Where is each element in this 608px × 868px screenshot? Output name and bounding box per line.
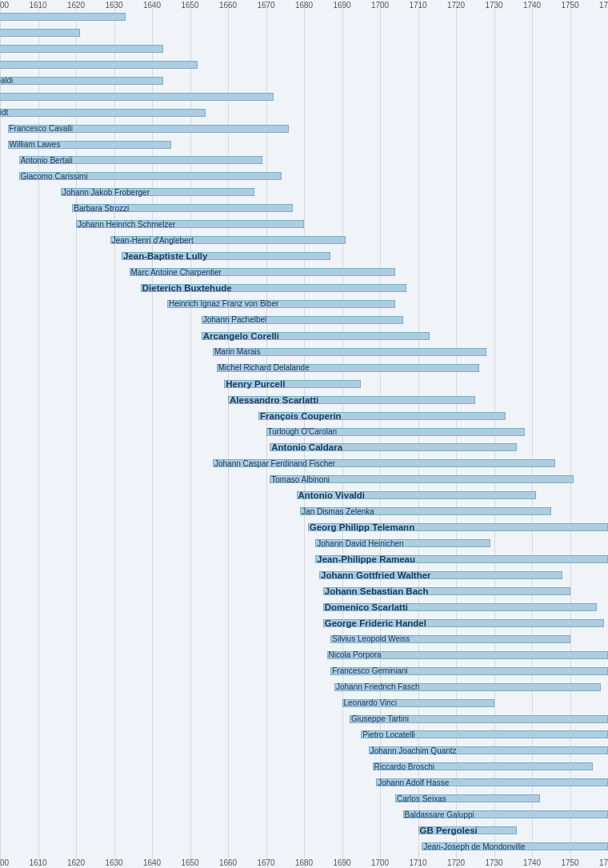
bar-row: Claudio Monteverdi xyxy=(0,43,608,54)
bar-row: Henry Purcell xyxy=(0,378,608,390)
axis-label-top-1730: 1730 xyxy=(485,1,502,10)
composer-label: Domenico Scarlatti xyxy=(323,602,608,612)
composer-label: Michel Richard Delalande xyxy=(217,363,527,373)
bar-row: Pietro Locatelli xyxy=(0,729,608,740)
composer-label: Johann Joachim Quantz xyxy=(369,746,608,755)
composer-label: Jacopo Peri xyxy=(0,12,174,22)
axis-label-bottom-1760: 1760 xyxy=(599,858,608,867)
composer-label: JP Sweelinck xyxy=(0,28,128,38)
composer-label: Dieterich Buxtehude xyxy=(141,283,455,293)
axis-label-bottom-1670: 1670 xyxy=(257,858,274,867)
composer-label: Jean-Baptiste Lully xyxy=(122,251,378,261)
bar-row: Johann Heinrich Schmelzer xyxy=(0,218,608,230)
composer-label: Johann Gottfried Walther xyxy=(319,570,608,580)
axis-label-top-1710: 1710 xyxy=(409,1,426,10)
axis-label-bottom-1740: 1740 xyxy=(523,858,541,867)
bar-row: Jan Dismas Zelenka xyxy=(0,506,608,517)
bar-row: Jean-Philippe Rameau xyxy=(0,554,608,565)
composer-label: Riccardo Broschi xyxy=(373,762,609,771)
composer-label: Antonio Vivaldi xyxy=(297,490,584,500)
bar-row: Samuel Scheidt xyxy=(0,107,608,118)
bar-row: Gregorio Allegri xyxy=(0,59,608,70)
bar-row: Riccardo Broschi xyxy=(0,761,608,772)
axis-label-top-1670: 1670 xyxy=(257,1,274,10)
axis-label-bottom-1640: 1640 xyxy=(143,858,161,867)
composer-label: Marc Antoine Charpentier xyxy=(130,267,444,277)
bar-row: Giuseppe Tartini xyxy=(0,714,608,725)
bar-row: Antonio Caldara xyxy=(0,442,608,453)
composer-label: William Lawes xyxy=(8,140,219,150)
bar-row: Leonardo Vinci xyxy=(0,698,608,709)
composer-label: Johann Friedrich Fasch xyxy=(334,682,608,692)
composer-label: Jan Dismas Zelenka xyxy=(300,506,599,516)
composer-label: Jean-Joseph de Mondonville xyxy=(422,842,608,851)
composer-label: Georg Philipp Telemann xyxy=(308,522,608,532)
axis-label-bottom-1690: 1690 xyxy=(333,858,350,867)
bar-row: Barbara Strozzi xyxy=(0,202,608,214)
axis-label-bottom-1750: 1750 xyxy=(561,858,578,867)
bar-row: Heinrich Schütz xyxy=(0,91,608,102)
composer-label: Samuel Scheidt xyxy=(0,108,254,118)
composer-label: George Frideric Handel xyxy=(323,618,608,628)
bar-row: Carlos Seixas xyxy=(0,793,608,804)
composer-label: Henry Purcell xyxy=(224,379,409,389)
bar-row: Johann Adolf Hasse xyxy=(0,777,608,788)
bar-row: Francesco Cavalli xyxy=(0,123,608,134)
bar-row: Jean-Baptiste Lully xyxy=(0,250,608,262)
composer-label: Johann Jakob Froberger xyxy=(61,187,302,197)
composer-label: Leonardo Vinci xyxy=(342,698,542,708)
axis-label-bottom-1700: 1700 xyxy=(371,858,389,867)
axis-label-top-1700: 1700 xyxy=(371,1,389,10)
axis-label-top-1660: 1660 xyxy=(219,1,237,10)
composer-label: Claudio Monteverdi xyxy=(0,44,211,54)
bar-row: Tomaso Albinoni xyxy=(0,474,608,485)
composer-label: Tomaso Albinoni xyxy=(270,474,608,484)
axis-label-top-1600: 1600 xyxy=(0,1,9,10)
bar-row: GB Pergolesi xyxy=(0,825,608,836)
bar-row: Heinrich Ignaz Franz von Biber xyxy=(0,298,608,310)
composer-label: Gregorio Allegri xyxy=(0,60,246,70)
axis-label-top-1750: 1750 xyxy=(561,1,578,10)
bar-row: Antonio Bertali xyxy=(0,154,608,166)
composer-label: Alessandro Scarlatti xyxy=(228,395,523,405)
axis-label-bottom-1660: 1660 xyxy=(219,858,237,867)
axis-label-bottom-1720: 1720 xyxy=(447,858,465,867)
bar-row: Johann Friedrich Fasch xyxy=(0,682,608,693)
bar-row: Arcangelo Corelli xyxy=(0,330,608,342)
bar-row: Giacomo Carissimi xyxy=(0,170,608,182)
composer-label: Francesco Cavalli xyxy=(8,124,338,134)
composer-label: Antonio Bertali xyxy=(19,155,310,165)
composer-label: Giacomo Carissimi xyxy=(19,171,330,181)
axis-label-bottom-1680: 1680 xyxy=(295,858,313,867)
composer-label: Johann David Heinichen xyxy=(315,538,538,548)
bar-row: Johann Jakob Froberger xyxy=(0,186,608,198)
bar-row: François Couperin xyxy=(0,410,608,422)
bar-row: Silvius Leopold Weiss xyxy=(0,634,608,645)
bar-row: Johann Caspar Ferdinand Fischer xyxy=(0,458,608,469)
axis-label-bottom-1650: 1650 xyxy=(181,858,198,867)
composer-label: Marin Marais xyxy=(213,347,534,357)
bar-row: Jean-Joseph de Mondonville xyxy=(0,841,608,852)
composer-label: Baldassare Galuppi xyxy=(403,810,609,819)
bar-row: Francesco Geminiani xyxy=(0,666,608,677)
composer-label: Antonio Caldara xyxy=(270,442,565,452)
composer-label: Johann Heinrich Schmelzer xyxy=(76,219,352,229)
axis-label-top-1760: 1760 xyxy=(599,1,608,10)
bar-row: Jean-Henri d'Anglebert xyxy=(0,234,608,246)
axis-label-bottom-1630: 1630 xyxy=(105,858,122,867)
bar-row: JP Sweelinck xyxy=(0,27,608,38)
composer-label: Silvius Leopold Weiss xyxy=(330,634,608,644)
composer-label: Pietro Locatelli xyxy=(361,730,608,739)
axis-label-bottom-1600: 1600 xyxy=(0,858,9,867)
composer-label: Giuseppe Tartini xyxy=(350,714,608,724)
bar-row: Johann Gottfried Walther xyxy=(0,570,608,581)
composer-label: Francesco Geminiani xyxy=(330,666,608,676)
bar-row: Girolamo Frescobaldi xyxy=(0,75,608,86)
bar-row: Georg Philipp Telemann xyxy=(0,522,608,533)
axis-label-top-1650: 1650 xyxy=(181,1,198,10)
bar-row: Alessandro Scarlatti xyxy=(0,394,608,406)
composer-label: Johann Adolf Hasse xyxy=(376,778,608,787)
bar-row: Johann Sebastian Bach xyxy=(0,586,608,597)
bar-row: Antonio Vivaldi xyxy=(0,490,608,501)
bar-row: William Lawes xyxy=(0,139,608,150)
